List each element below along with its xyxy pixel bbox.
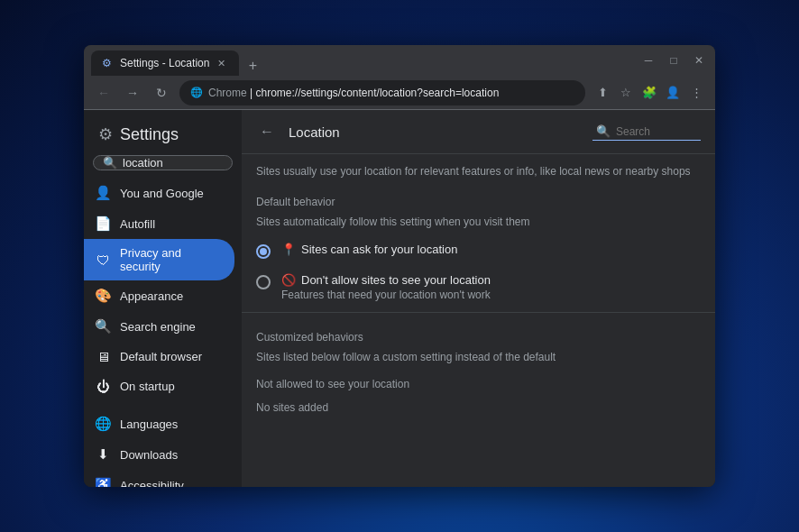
radio-ask-button[interactable] bbox=[256, 244, 271, 259]
sidebar-item-downloads[interactable]: ⬇ Downloads bbox=[84, 439, 234, 470]
settings-gear-icon: ⚙ bbox=[98, 124, 113, 144]
content-header: ← Location 🔍 bbox=[242, 110, 715, 154]
new-tab-button[interactable]: + bbox=[243, 56, 262, 76]
reload-button[interactable]: ↻ bbox=[151, 82, 172, 104]
profile-button[interactable]: 👤 bbox=[663, 83, 683, 103]
sidebar-item-label: On startup bbox=[120, 380, 175, 393]
bookmark-share-button[interactable]: ⬆ bbox=[592, 83, 612, 103]
customized-label: Customized behaviors bbox=[242, 324, 715, 347]
addressbar: ← → ↻ 🌐 Chrome | chrome://settings/conte… bbox=[84, 76, 715, 110]
document-icon: 📄 bbox=[95, 216, 111, 232]
sidebar-item-privacy-security[interactable]: 🛡 Privacy and security bbox=[84, 239, 234, 280]
sidebar-search-icon: 🔍 bbox=[103, 156, 117, 170]
sidebar-item-on-startup[interactable]: ⏻ On startup bbox=[84, 371, 234, 401]
sidebar-item-languages[interactable]: 🌐 Languages bbox=[84, 408, 234, 439]
sidebar-item-default-browser[interactable]: 🖥 Default browser bbox=[84, 342, 234, 371]
not-allowed-header: Not allowed to see your location bbox=[242, 371, 715, 398]
browser-icon: 🖥 bbox=[95, 349, 111, 364]
url-bar[interactable]: 🌐 Chrome | chrome://settings/content/loc… bbox=[179, 80, 585, 105]
menu-button[interactable]: ⋮ bbox=[686, 83, 706, 103]
forward-nav-button[interactable]: → bbox=[122, 82, 143, 104]
content-back-button[interactable]: ← bbox=[256, 121, 278, 142]
url-actions: ⬆ ☆ 🧩 👤 ⋮ bbox=[592, 83, 706, 103]
startup-icon: ⏻ bbox=[95, 379, 111, 394]
sidebar-search-input[interactable] bbox=[123, 156, 242, 170]
user-icon: 👤 bbox=[95, 185, 111, 201]
sidebar-item-appearance[interactable]: 🎨 Appearance bbox=[84, 280, 234, 311]
main-content: ⚙ Settings 🔍 ✕ 👤 You and Google 📄 Autofi… bbox=[84, 110, 715, 487]
sidebar-item-label: Autofill bbox=[120, 217, 155, 231]
sidebar-item-label: Default browser bbox=[120, 350, 202, 363]
url-text: Chrome | chrome://settings/content/locat… bbox=[208, 87, 499, 99]
tab-area: ⚙ Settings - Location ✕ + bbox=[91, 45, 639, 76]
url-favicon: 🌐 bbox=[190, 87, 203, 99]
close-button[interactable]: ✕ bbox=[690, 51, 708, 69]
radio-option-ask[interactable]: 📍 Sites can ask for your location bbox=[242, 235, 715, 266]
tab-close-button[interactable]: ✕ bbox=[215, 57, 228, 70]
customized-section: Customized behaviors Sites listed below … bbox=[242, 316, 715, 428]
url-path: chrome://settings/content/location?searc… bbox=[255, 87, 499, 99]
accessibility-icon: ♿ bbox=[95, 477, 111, 487]
sidebar-item-label: Privacy and security bbox=[120, 246, 224, 273]
default-behavior-label: Default behavior bbox=[242, 188, 715, 212]
location-description: Sites usually use your location for rele… bbox=[242, 154, 715, 188]
extensions-button[interactable]: 🧩 bbox=[639, 83, 659, 103]
radio-option-block[interactable]: 🚫 Don't allow sites to see your location… bbox=[242, 266, 715, 308]
content-search-input[interactable] bbox=[616, 125, 697, 138]
titlebar: ⚙ Settings - Location ✕ + ─ □ ✕ bbox=[84, 45, 715, 76]
sidebar-item-you-and-google[interactable]: 👤 You and Google bbox=[84, 178, 234, 208]
content-search-box[interactable]: 🔍 bbox=[592, 123, 701, 141]
search-engine-icon: 🔍 bbox=[95, 318, 111, 335]
content-panel: ← Location 🔍 Sites usually use your loca… bbox=[242, 110, 715, 487]
download-icon: ⬇ bbox=[95, 446, 111, 463]
radio-ask-content: 📍 Sites can ask for your location bbox=[281, 243, 701, 256]
block-location-icon: 🚫 bbox=[281, 273, 296, 287]
radio-ask-label: 📍 Sites can ask for your location bbox=[281, 243, 701, 256]
tab-title: Settings - Location bbox=[120, 57, 209, 69]
location-pin-icon: 📍 bbox=[281, 243, 296, 256]
content-page-title: Location bbox=[289, 124, 582, 140]
star-button[interactable]: ☆ bbox=[616, 83, 636, 103]
sidebar-item-autofill[interactable]: 📄 Autofill bbox=[84, 208, 234, 239]
sidebar-item-label: Search engine bbox=[120, 320, 196, 334]
sidebar-item-label: Appearance bbox=[120, 289, 183, 303]
sidebar-header: ⚙ Settings bbox=[84, 110, 242, 151]
sidebar-item-label: Languages bbox=[120, 417, 178, 431]
default-behavior-sub: Sites automatically follow this setting … bbox=[242, 212, 715, 235]
globe-icon: 🌐 bbox=[95, 416, 111, 432]
radio-block-content: 🚫 Don't allow sites to see your location… bbox=[281, 273, 701, 301]
sidebar-item-label: Downloads bbox=[120, 448, 178, 462]
tab-settings-icon: ⚙ bbox=[102, 57, 115, 69]
sidebar-title: Settings bbox=[120, 125, 179, 144]
maximize-button[interactable]: □ bbox=[665, 51, 683, 69]
customized-sub: Sites listed below follow a custom setti… bbox=[242, 347, 715, 371]
sidebar: ⚙ Settings 🔍 ✕ 👤 You and Google 📄 Autofi… bbox=[84, 110, 242, 487]
back-nav-button[interactable]: ← bbox=[93, 82, 115, 104]
content-search-icon: 🔍 bbox=[596, 124, 611, 138]
chrome-window: ⚙ Settings - Location ✕ + ─ □ ✕ ← → ↻ 🌐 … bbox=[84, 45, 715, 487]
shield-icon: 🛡 bbox=[95, 252, 111, 268]
radio-block-sublabel: Features that need your location won't w… bbox=[281, 289, 701, 301]
sidebar-item-search-engine[interactable]: 🔍 Search engine bbox=[84, 311, 234, 342]
sidebar-item-label: Accessibility bbox=[120, 479, 184, 488]
radio-block-button[interactable] bbox=[256, 275, 271, 289]
url-domain: Chrome bbox=[208, 87, 247, 99]
sidebar-search-box[interactable]: 🔍 ✕ bbox=[93, 155, 233, 170]
no-sites-text: No sites added bbox=[242, 398, 715, 421]
window-controls: ─ □ ✕ bbox=[639, 51, 708, 69]
section-divider bbox=[242, 312, 715, 313]
minimize-button[interactable]: ─ bbox=[639, 51, 657, 69]
sidebar-item-label: You and Google bbox=[120, 187, 204, 200]
active-tab[interactable]: ⚙ Settings - Location ✕ bbox=[91, 50, 239, 76]
radio-selected-dot bbox=[260, 248, 267, 255]
sidebar-item-accessibility[interactable]: ♿ Accessibility bbox=[84, 470, 234, 487]
radio-block-label: 🚫 Don't allow sites to see your location bbox=[281, 273, 701, 287]
palette-icon: 🎨 bbox=[95, 288, 111, 304]
